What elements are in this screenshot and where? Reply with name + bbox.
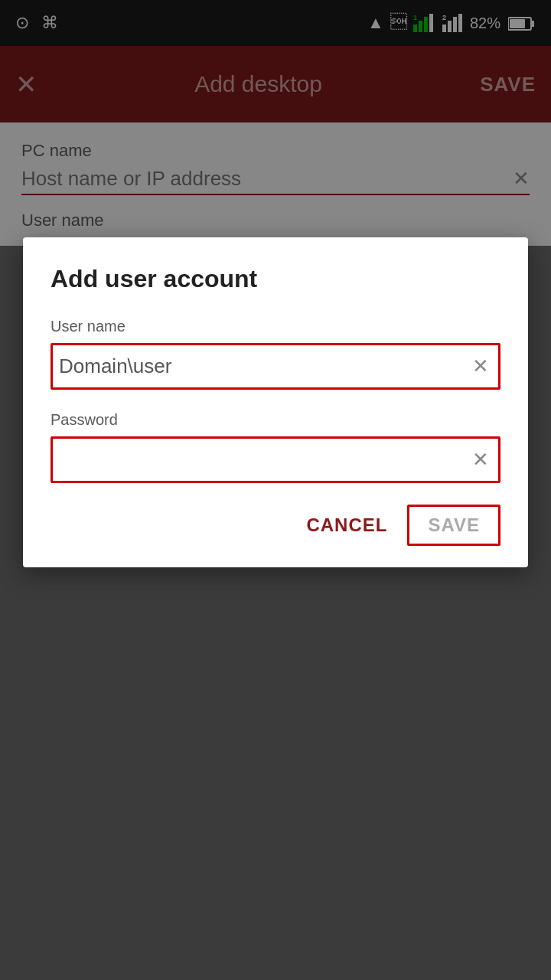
dialog-actions: CANCEL SAVE xyxy=(51,505,500,546)
cancel-button[interactable]: CANCEL xyxy=(294,507,399,544)
dialog-password-row: ✕ xyxy=(51,436,500,483)
dialog-password-clear-icon[interactable]: ✕ xyxy=(469,445,492,475)
dialog-username-label: User name xyxy=(51,318,500,335)
dialog-overlay: Add user account User name ✕ Password ✕ … xyxy=(0,0,551,980)
dialog-save-button[interactable]: SAVE xyxy=(407,505,500,546)
dialog-password-label: Password xyxy=(51,411,500,429)
dialog-username-row: ✕ xyxy=(51,343,500,390)
dialog-username-clear-icon[interactable]: ✕ xyxy=(469,351,492,381)
add-user-dialog: Add user account User name ✕ Password ✕ … xyxy=(23,237,528,567)
dialog-password-input[interactable] xyxy=(59,443,469,476)
dialog-username-input[interactable] xyxy=(59,350,469,383)
dialog-title: Add user account xyxy=(51,265,500,293)
